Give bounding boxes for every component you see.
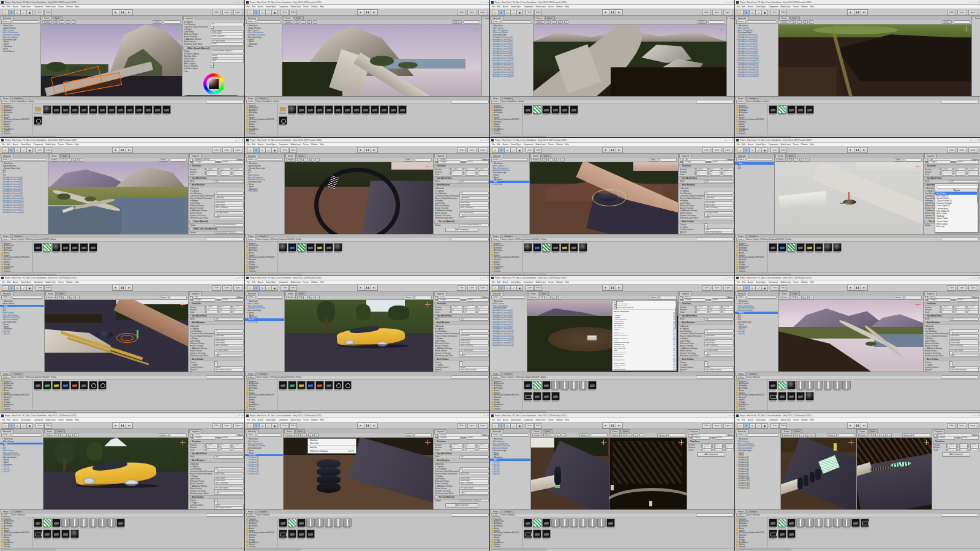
- tab-game[interactable]: Game: [545, 16, 555, 20]
- asset-thumbnail[interactable]: [551, 519, 559, 528]
- scene-search-input[interactable]: [415, 433, 432, 437]
- asset-thumbnail[interactable]: [279, 530, 287, 539]
- component-header[interactable]: ▼Mesh Renderer: [434, 183, 490, 187]
- field-value[interactable]: Light Probes: [214, 472, 244, 475]
- transform-tools[interactable]: ✋✛↻⤢▣: [2, 10, 33, 15]
- tab-inspector[interactable]: Inspector: [189, 291, 202, 296]
- scale-tool-icon[interactable]: ⤢: [20, 423, 26, 429]
- axis-value[interactable]: 1: [233, 310, 244, 313]
- rotate-tool-icon[interactable]: ↻: [504, 10, 510, 15]
- asset-thumbnail[interactable]: [306, 519, 314, 528]
- window-controls[interactable]: —□✕: [480, 1, 489, 4]
- pause-button[interactable]: ❚❚: [364, 147, 371, 153]
- hierarchy-list[interactable]: ▼RaceTrack▸Main Camera▼Tyre▸R 1▸R 2▸Main…: [0, 437, 43, 509]
- tab-console[interactable]: Console: [257, 372, 268, 376]
- rotate-tool-icon[interactable]: ↻: [749, 285, 755, 291]
- asset-thumbnails[interactable]: [32, 242, 245, 272]
- scene-search-input[interactable]: [415, 158, 432, 161]
- menu-mobile-input[interactable]: Mobile Input: [290, 281, 300, 283]
- pivot-toggle[interactable]: Center: [36, 423, 44, 429]
- scene-view[interactable]: [781, 438, 856, 509]
- transform-tools[interactable]: ✋✛↻⤢▣: [737, 148, 768, 153]
- asset-thumbnails[interactable]: [767, 104, 980, 135]
- menu-window[interactable]: Window: [66, 419, 73, 421]
- menu-mobile-input[interactable]: Mobile Input: [290, 6, 300, 8]
- menu-terrain[interactable]: Terrain: [548, 419, 554, 421]
- asset-thumbnail[interactable]: [361, 105, 369, 115]
- menu-terrain[interactable]: Terrain: [58, 143, 64, 146]
- asset-thumbnail[interactable]: [306, 243, 314, 253]
- audio-toggle-icon[interactable]: 🔊: [73, 158, 78, 162]
- menu-file[interactable]: File: [492, 419, 495, 421]
- asset-thumbnail[interactable]: [70, 530, 78, 539]
- tab-console[interactable]: Console: [502, 234, 513, 238]
- pivot-toggles[interactable]: CenterGlobal: [526, 285, 542, 291]
- asset-thumbnail[interactable]: [579, 381, 587, 391]
- asset-thumbnail[interactable]: [80, 519, 88, 528]
- effects-toggle-icon[interactable]: ✦: [79, 158, 83, 162]
- rect-tool-icon[interactable]: ▣: [761, 423, 768, 429]
- menu-component[interactable]: Component: [34, 6, 43, 8]
- axis-value[interactable]: 1: [710, 310, 721, 313]
- asset-thumbnail[interactable]: [80, 105, 88, 115]
- 2d-toggle[interactable]: 2D: [869, 433, 873, 437]
- menu-terrain[interactable]: Terrain: [58, 281, 64, 283]
- field-value[interactable]: Per Object Motion: [214, 487, 244, 490]
- hierarchy-search-input[interactable]: [747, 433, 779, 437]
- checkbox[interactable]: [211, 26, 214, 29]
- layer-dropdown[interactable]: Default: [467, 298, 489, 301]
- menu-assets[interactable]: Assets: [748, 143, 753, 146]
- inspector-body[interactable]: TireStackStatic ▾TagUntaggedLayerDefault…: [434, 433, 490, 509]
- project-create-dropdown[interactable]: Create ▾: [736, 513, 745, 517]
- axis-value[interactable]: 1: [941, 173, 952, 176]
- pivot-toggles[interactable]: CenterGlobal: [526, 148, 542, 153]
- project-search-input[interactable]: [206, 513, 244, 516]
- menu-help[interactable]: Help: [320, 143, 324, 146]
- field-value[interactable]: Layer1: [704, 216, 734, 219]
- hierarchy-list[interactable]: ▼RaceTrack▸Main Camera▸Race Checkpoints▸…: [490, 437, 530, 509]
- shaded-dropdown[interactable]: Shaded ▾: [286, 296, 296, 299]
- menu-file[interactable]: File: [737, 419, 740, 421]
- rect-tool-icon[interactable]: ▣: [761, 148, 768, 153]
- shaded-dropdown[interactable]: Shaded ▾: [782, 433, 792, 437]
- scene-search-input[interactable]: [905, 158, 922, 161]
- audio-toggle-icon[interactable]: 🔊: [69, 296, 74, 299]
- asset-thumbnail[interactable]: [551, 105, 559, 115]
- project-search-input[interactable]: [696, 513, 734, 516]
- toolbar-dropdown[interactable]: Layout ▾: [723, 423, 733, 429]
- tab-game[interactable]: Game: [294, 16, 304, 20]
- hierarchy-list[interactable]: ▼RaceTrack▸Main Camera▼Tyre▸R 1▸R 2▸Main…: [0, 299, 44, 372]
- scale-tool-icon[interactable]: ⤢: [510, 285, 516, 291]
- 2d-toggle[interactable]: 2D: [791, 20, 796, 24]
- axis-value[interactable]: 1: [723, 310, 734, 313]
- toolbar-dropdown[interactable]: Layers ▾: [467, 423, 477, 429]
- menu-gameobject[interactable]: GameObject: [266, 6, 276, 8]
- asset-thumbnail[interactable]: [43, 530, 51, 539]
- menu-gameobject[interactable]: GameObject: [511, 419, 521, 421]
- scene-view[interactable]: [609, 438, 687, 509]
- hierarchy-item[interactable]: ▸Roadblock Covering (19): [735, 76, 778, 78]
- scene-orientation-gizmo[interactable]: [601, 440, 606, 445]
- tab-game[interactable]: Game: [620, 429, 630, 433]
- scene-view[interactable]: [285, 300, 433, 372]
- step-button[interactable]: ▶|: [126, 9, 133, 15]
- lighting-toggle-icon[interactable]: ☀: [797, 296, 801, 299]
- gizmos-dropdown[interactable]: Gizmos ▾: [894, 158, 903, 162]
- menu-assets[interactable]: Assets: [503, 419, 508, 421]
- play-controls[interactable]: ▶❚❚▶|: [112, 9, 133, 15]
- gizmos-dropdown[interactable]: Gizmos ▾: [649, 158, 658, 162]
- menu-terrain[interactable]: Terrain: [548, 281, 554, 283]
- create-dropdown[interactable]: Create ▾: [736, 157, 745, 161]
- shaded-dropdown[interactable]: Shaded ▾: [284, 20, 293, 24]
- asset-thumbnail[interactable]: [89, 519, 97, 528]
- axis-value[interactable]: 1: [478, 310, 489, 313]
- play-button[interactable]: ▶: [112, 9, 119, 15]
- move-tool-icon[interactable]: ✛: [743, 423, 749, 429]
- field-value[interactable]: Light Probes: [459, 334, 489, 337]
- menu-edit[interactable]: Edit: [742, 281, 745, 283]
- menu-file[interactable]: File: [247, 6, 250, 8]
- asset-thumbnail[interactable]: [61, 381, 69, 391]
- asset-thumbnail[interactable]: [769, 392, 777, 402]
- menu-help[interactable]: Help: [75, 6, 79, 8]
- rect-tool-icon[interactable]: ▣: [26, 148, 33, 153]
